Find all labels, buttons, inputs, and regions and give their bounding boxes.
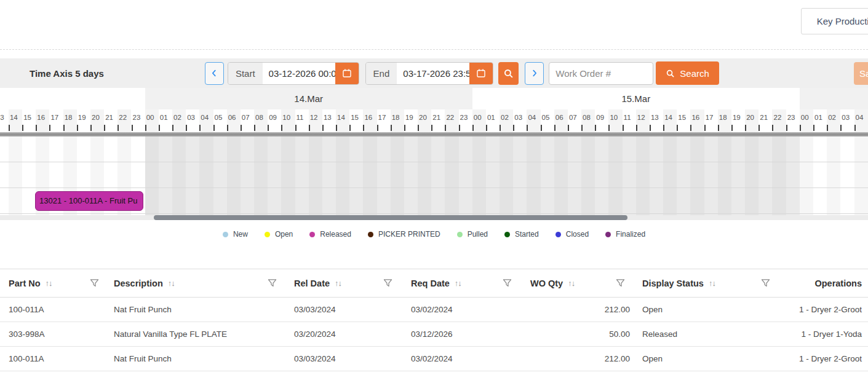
hour-label-cell: 04 xyxy=(854,109,868,132)
column-header-label: Rel Date xyxy=(294,278,330,288)
start-calendar-button[interactable] xyxy=(335,63,359,84)
start-date-input[interactable] xyxy=(263,63,335,84)
column-header-wo-qty[interactable]: WO Qty↑↓ xyxy=(518,269,631,297)
hour-label: 11 xyxy=(624,114,631,121)
grid-column xyxy=(840,136,854,215)
grid-column xyxy=(608,136,622,215)
hour-label-cell: 18 xyxy=(718,109,731,132)
column-header-label: Display Status xyxy=(642,278,704,288)
sort-icon[interactable]: ↑↓ xyxy=(168,278,175,288)
scrollbar-thumb[interactable] xyxy=(154,215,627,220)
hour-tick xyxy=(445,125,446,131)
table-cell: 03/12/2026 xyxy=(399,322,518,346)
hour-label-cell: 02 xyxy=(172,109,186,132)
search-button-label: Search xyxy=(680,68,709,79)
hour-tick xyxy=(704,125,706,131)
grid-column xyxy=(786,136,800,215)
hour-label: 15 xyxy=(351,114,359,121)
grid-column xyxy=(500,136,513,215)
sort-icon[interactable]: ↑↓ xyxy=(568,278,575,288)
column-header-description[interactable]: Description↑↓ xyxy=(105,269,283,297)
end-date-input[interactable] xyxy=(397,63,469,84)
legend-dot-icon xyxy=(368,232,373,237)
table-cell: 212.00 xyxy=(518,298,631,322)
hour-label: 10 xyxy=(282,114,290,121)
grid-column xyxy=(172,136,186,215)
apply-range-search-button[interactable] xyxy=(498,62,519,85)
sort-icon[interactable]: ↑↓ xyxy=(455,278,461,288)
filter-icon[interactable] xyxy=(383,278,392,288)
grid-column xyxy=(199,136,213,215)
filter-icon[interactable] xyxy=(268,278,277,288)
table-row[interactable]: 100-011ANat Fruit Punch03/03/202403/02/2… xyxy=(0,298,868,322)
sort-icon[interactable]: ↑↓ xyxy=(335,278,341,288)
work-order-bar[interactable]: 13021 - 100-011A - Fruit Pu xyxy=(35,191,143,211)
column-header-display-status[interactable]: Display Status↑↓ xyxy=(631,269,776,297)
grid-column xyxy=(349,136,363,215)
next-period-button[interactable] xyxy=(525,62,544,85)
filter-icon[interactable] xyxy=(761,278,770,288)
column-header-part-no[interactable]: Part No↑↓ xyxy=(0,269,105,297)
hour-label-cell: 23 xyxy=(132,109,145,132)
table-row[interactable]: 100-011ANat Fruit Punch03/03/202403/02/2… xyxy=(0,347,868,371)
column-header-rel-date[interactable]: Rel Date↑↓ xyxy=(283,269,399,297)
hour-label: 20 xyxy=(419,114,427,121)
sort-icon[interactable]: ↑↓ xyxy=(46,278,52,288)
filter-icon[interactable] xyxy=(503,278,512,288)
horizontal-scrollbar[interactable] xyxy=(0,215,868,220)
table-cell: 03/03/2024 xyxy=(283,298,399,322)
table-cell: Released xyxy=(631,322,776,346)
hour-tick xyxy=(718,125,719,131)
hour-tick xyxy=(581,125,583,131)
work-order-search-button[interactable]: Search xyxy=(656,61,719,85)
day-band: 14.Mar xyxy=(145,88,472,109)
work-order-input[interactable] xyxy=(549,62,653,85)
table-row[interactable]: 303-998ANatural Vanilla Type FL PLATE03/… xyxy=(0,322,868,347)
grid-column xyxy=(159,136,172,215)
grid-column xyxy=(745,136,759,215)
column-header-label-group: Operations xyxy=(814,278,862,288)
column-header-operations[interactable]: Operations xyxy=(776,269,868,297)
hour-label: 17 xyxy=(50,114,58,121)
prev-period-button[interactable] xyxy=(205,62,224,85)
time-axis-label: Time Axis 5 days xyxy=(30,68,104,79)
hour-label: 07 xyxy=(242,114,250,121)
grid-column xyxy=(227,136,241,215)
hour-tick xyxy=(772,125,773,131)
column-header-req-date[interactable]: Req Date↑↓ xyxy=(399,269,518,297)
row-separator xyxy=(0,188,868,188)
hour-label: 22 xyxy=(773,114,781,121)
table-header-row: Part No↑↓Description↑↓Rel Date↑↓Req Date… xyxy=(0,269,868,298)
hour-label-cell: 11 xyxy=(623,109,636,132)
hour-tick xyxy=(854,125,856,131)
hour-label: 12 xyxy=(310,114,318,121)
filter-icon[interactable] xyxy=(616,278,625,288)
hour-label-cell: 17 xyxy=(377,109,391,132)
column-header-label-group: Part No↑↓ xyxy=(9,278,52,288)
hour-label-cell: 21 xyxy=(431,109,445,132)
table-cell: Nat Fruit Punch xyxy=(105,347,283,371)
hour-label-cell: 04 xyxy=(199,109,213,132)
hour-label: 02 xyxy=(501,114,509,121)
hour-label-cell: 22 xyxy=(445,109,458,132)
filter-icon[interactable] xyxy=(90,278,99,288)
column-header-label-group: Display Status↑↓ xyxy=(642,278,715,288)
end-calendar-button[interactable] xyxy=(469,63,493,84)
hour-tick xyxy=(77,125,78,131)
hour-tick xyxy=(391,125,392,131)
hour-label: 02 xyxy=(828,114,836,121)
hour-label: 03 xyxy=(187,114,195,121)
hour-label-cell: 20 xyxy=(90,109,104,132)
column-header-label: Operations xyxy=(814,278,862,288)
hour-label-cell: 02 xyxy=(827,109,840,132)
hour-label-cell: 16 xyxy=(363,109,376,132)
hour-label: 20 xyxy=(92,114,100,121)
sort-icon[interactable]: ↑↓ xyxy=(709,278,715,288)
hour-label-cell: 18 xyxy=(63,109,77,132)
key-production-button[interactable]: Key Production xyxy=(801,8,868,34)
grid-column xyxy=(623,136,636,215)
grid-column xyxy=(445,136,458,215)
start-date-group: Start xyxy=(228,62,359,85)
grid-column xyxy=(677,136,690,215)
save-button[interactable]: Sa xyxy=(854,62,868,85)
